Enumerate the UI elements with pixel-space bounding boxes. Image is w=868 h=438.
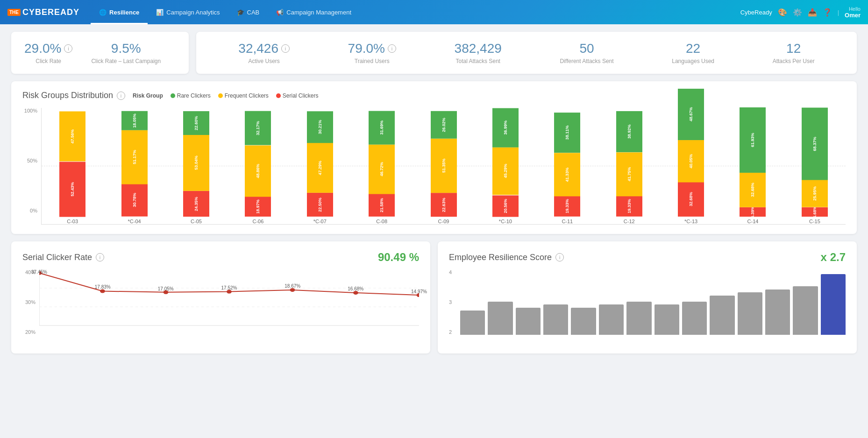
bar-stack: 19.33%41.33%38.11% <box>554 113 580 217</box>
stat-label-3: Different Attacks Sent <box>560 58 613 64</box>
bar-label: C-11 <box>562 219 573 224</box>
inbox-icon[interactable]: 📥 <box>808 8 817 17</box>
bar-seg-green: 68.37% <box>802 108 828 180</box>
bar-seg-green: 22.60% <box>183 111 209 135</box>
logo[interactable]: THE CYBEREADY <box>7 7 79 17</box>
bar-stack: 22.63%51.35%26.02% <box>431 111 457 217</box>
bar-label: C-12 <box>624 219 635 224</box>
bar-seg-green: 38.11% <box>554 113 580 153</box>
dp-label-6: 14.97% <box>411 289 427 294</box>
stats-card-click-rates: 29.0% i Click Rate 9.5% Click Rate – Las… <box>11 32 189 74</box>
serial-clicker-info-icon[interactable]: i <box>96 253 104 261</box>
stat-item-4: 22 Languages Used <box>672 41 714 64</box>
bar-stack: 52.43%47.56% <box>59 111 85 217</box>
bar-seg-yellow: 41.75% <box>616 152 642 196</box>
gear-icon[interactable]: ⚙️ <box>793 8 802 17</box>
serial-clicker-title: Serial Clicker Rate i <box>22 253 104 262</box>
bar-group[interactable]: 21.58%46.72%31.69%C-08 <box>353 111 411 224</box>
bar-group[interactable]: 24.35%53.04%22.60%C-05 <box>167 111 225 224</box>
bar-seg-green: 38.92% <box>616 111 642 152</box>
bar-group[interactable]: 18.97%48.86%32.17%C-06 <box>229 111 287 224</box>
bar-seg-yellow: 47.29% <box>307 143 333 193</box>
bar-chart-area: 100% 50% 0% 52.43%47.56%C-0330.78%51.17%… <box>22 108 846 225</box>
bar-seg-red: 24.35% <box>183 191 209 217</box>
bar-stack: 5.68%25.95%68.37% <box>802 108 828 217</box>
nav-links: 🌐 Resilience 📊 Campaign Analytics 🎓 CAB … <box>91 0 740 24</box>
bar-group[interactable]: 30.78%51.17%18.05%*C-04 <box>105 111 163 224</box>
help-icon[interactable]: ❓ <box>823 8 832 17</box>
stat-value-0: 32,426i <box>238 41 290 56</box>
logo-text: CYBEREADY <box>22 7 79 17</box>
bar-label: *C-13 <box>684 219 697 224</box>
stat-item-1: 79.0%i Trained Users <box>348 41 396 64</box>
click-rate-value: 29.0% i <box>24 41 72 56</box>
palette-icon[interactable]: 🎨 <box>778 8 787 17</box>
bar-label: C-09 <box>438 219 449 224</box>
stat-label-1: Trained Users <box>348 58 396 64</box>
bar-stack: 20.56%45.29%36.99% <box>492 108 519 217</box>
bar-group[interactable]: 52.43%47.56%C-03 <box>43 111 101 224</box>
bar-group[interactable]: 19.33%41.75%38.92%C-12 <box>600 111 658 224</box>
svg-point-5 <box>100 290 105 293</box>
stats-row: 29.0% i Click Rate 9.5% Click Rate – Las… <box>11 32 857 74</box>
frequent-dot <box>218 93 223 98</box>
chart-icon: 📊 <box>156 9 164 16</box>
serial-clicker-header: Serial Clicker Rate i 90.49 % <box>22 251 419 264</box>
bar-seg-yellow: 25.95% <box>802 180 828 207</box>
stat-click-rate: 29.0% i Click Rate <box>24 41 72 64</box>
stats-card-metrics: 32,426i Active Users 79.0%i Trained User… <box>196 32 857 74</box>
dp-label-1: 17.83% <box>95 284 111 290</box>
bar-group[interactable]: 22.50%47.29%30.21%*C-07 <box>291 111 349 224</box>
stat-item-3: 50 Different Attacks Sent <box>560 41 613 64</box>
bar-stack: 21.58%46.72%31.69% <box>369 111 395 217</box>
bar-label: C-14 <box>747 219 759 224</box>
nav-item-campaign-management[interactable]: 📢 Campaign Management <box>268 0 360 24</box>
bar-group[interactable]: 19.33%41.33%38.11%C-11 <box>538 113 596 224</box>
chart-header: Risk Groups Distribution i Risk Group Ra… <box>22 91 846 100</box>
user-name: Omer <box>845 12 861 19</box>
stat-item-2: 382,429 Total Attacks Sent <box>455 41 502 64</box>
megaphone-icon: 📢 <box>276 9 284 16</box>
bar-seg-red: 32.68% <box>678 182 704 217</box>
nav-item-campaign-analytics[interactable]: 📊 Campaign Analytics <box>148 0 228 24</box>
employee-resilience-title: Employee Resilience Score i <box>449 253 564 262</box>
stat-info-icon-1[interactable]: i <box>388 44 396 53</box>
serial-dot <box>276 93 281 98</box>
bar-label: C-05 <box>191 219 202 224</box>
stat-label-5: Attacks Per User <box>773 58 815 64</box>
risk-groups-chart-card: Risk Groups Distribution i Risk Group Ra… <box>11 81 857 234</box>
er-chart: 4 3 2 <box>449 269 846 344</box>
stat-value-2: 382,429 <box>455 41 502 56</box>
bar-stack: 5.39%32.68%61.93% <box>740 107 766 217</box>
risk-chart-info-icon[interactable]: i <box>117 92 125 100</box>
bar-seg-yellow: 48.86% <box>245 145 271 197</box>
click-rate-last-label: Click Rate – Last Campaign <box>91 58 161 64</box>
er-bar <box>543 304 568 335</box>
grad-icon: 🎓 <box>237 9 244 16</box>
er-bar <box>682 302 707 335</box>
bar-seg-red: 5.39% <box>740 207 766 217</box>
bar-seg-green: 36.99% <box>492 108 519 148</box>
click-rate-info-icon[interactable]: i <box>64 44 72 53</box>
bar-label: *C-04 <box>128 219 141 224</box>
bar-group[interactable]: 20.56%45.29%36.99%*C-10 <box>477 108 534 224</box>
click-rate-label: Click Rate <box>24 58 72 64</box>
stat-info-icon-0[interactable]: i <box>281 44 290 53</box>
bar-group[interactable]: 22.63%51.35%26.02%C-09 <box>414 111 472 224</box>
er-info-icon[interactable]: i <box>555 253 564 261</box>
bar-seg-red: 20.56% <box>492 195 519 217</box>
er-bar <box>793 286 818 335</box>
globe-icon: 🌐 <box>99 9 107 16</box>
bar-seg-red: 19.33% <box>554 196 580 217</box>
er-bar <box>821 274 846 335</box>
nav-item-resilience[interactable]: 🌐 Resilience <box>91 0 148 24</box>
bar-stack: 32.68%40.05%48.67% <box>678 89 704 217</box>
er-bar <box>738 292 762 335</box>
bar-group[interactable]: 32.68%40.05%48.67%*C-13 <box>662 89 720 224</box>
bar-label: C-15 <box>809 219 820 224</box>
er-bar <box>516 308 541 335</box>
nav-item-cab[interactable]: 🎓 CAB <box>228 0 268 24</box>
bar-seg-yellow: 51.35% <box>431 139 457 193</box>
bar-label: *C-10 <box>499 219 512 224</box>
hello-text: Hello <box>849 6 861 12</box>
